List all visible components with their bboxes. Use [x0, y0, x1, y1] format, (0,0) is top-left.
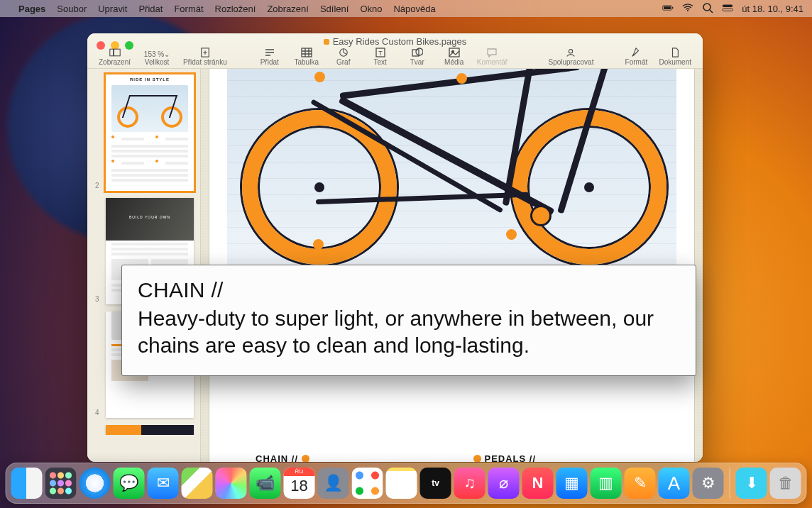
dock-trash-icon[interactable]: 🗑: [770, 468, 801, 499]
tb-collab-label: Spolupracovat: [548, 58, 593, 66]
tb-format-button[interactable]: Formát: [618, 48, 654, 66]
doc-column-chain[interactable]: CHAIN // Heavy-duty to super light, or a…: [256, 453, 431, 462]
menu-zobrazeni[interactable]: Zobrazení: [267, 4, 309, 14]
svg-point-4: [703, 4, 710, 11]
tb-document-button[interactable]: Dokument: [654, 48, 696, 66]
page-thumbnail-2[interactable]: RIDE IN STYLE 2: [93, 74, 194, 191]
callout-dot: [506, 229, 517, 240]
window-title: Easy Rides Custom Bikes.pages: [87, 36, 703, 47]
thumb2-title: RIDE IN STYLE: [106, 74, 194, 82]
tb-shape-button[interactable]: Tvar: [399, 48, 436, 66]
svg-line-5: [710, 10, 713, 13]
callout-dot: [313, 239, 324, 250]
chain-heading: CHAIN //: [256, 453, 298, 462]
menu-format[interactable]: Formát: [174, 4, 203, 14]
tb-zoom-dropdown[interactable]: 153 %⌄ Velikost: [135, 50, 179, 66]
menu-okno[interactable]: Okno: [360, 4, 382, 14]
window-titlebar: Easy Rides Custom Bikes.pages Zobrazení …: [87, 33, 703, 69]
spotlight-icon[interactable]: [702, 2, 713, 16]
tb-collaborate-button[interactable]: Spolupracovat: [544, 48, 598, 66]
dock-podcasts-icon[interactable]: ⌀: [488, 468, 520, 499]
dock-pages-icon[interactable]: ✎: [625, 468, 656, 499]
toolbar: Zobrazení 153 %⌄ Velikost Přidat stránku…: [87, 46, 703, 66]
menu-sdileni[interactable]: Sdílení: [320, 4, 349, 14]
dock-messages-icon[interactable]: 💬: [114, 468, 145, 499]
tb-view-label: Zobrazení: [99, 58, 131, 66]
tb-add-page-label: Přidat stránku: [183, 58, 227, 66]
menubar-datetime[interactable]: út 18. 10., 9:41: [742, 4, 803, 14]
dock-music-icon[interactable]: ♫: [454, 468, 485, 499]
callout-dot: [456, 73, 467, 84]
svg-rect-16: [302, 48, 312, 57]
page-thumbnail-5[interactable]: [93, 425, 194, 435]
dock-keynote-icon[interactable]: ▦: [556, 468, 588, 499]
tb-comment-button: Komentář: [473, 48, 512, 66]
dock-news-icon[interactable]: N: [522, 468, 554, 499]
tb-media-label: Média: [444, 58, 463, 66]
dock-mail-icon[interactable]: ✉︎: [148, 468, 179, 499]
dock-tv-icon[interactable]: tv: [420, 468, 451, 499]
thumb3-title: BUILD YOUR OWN: [106, 198, 194, 219]
chevron-down-icon: ⌄: [164, 50, 170, 58]
tb-table-label: Tabulka: [295, 58, 319, 66]
tb-document-label: Dokument: [659, 58, 691, 66]
dock-appstore-icon[interactable]: A: [659, 468, 690, 499]
dock-calendar-icon[interactable]: ŘÍJ18: [284, 468, 315, 499]
tb-text-button[interactable]: T Text: [362, 48, 399, 66]
dock-maps-icon[interactable]: [182, 468, 213, 499]
svg-point-3: [687, 9, 688, 11]
svg-rect-2: [672, 6, 673, 9]
tb-comment-label: Komentář: [477, 58, 508, 66]
doc-column-pedals[interactable]: PEDALS // Clip-in. Flat. Race worthy. Me…: [473, 453, 649, 462]
svg-text:T: T: [378, 50, 383, 57]
menu-napoveda[interactable]: Nápověda: [393, 4, 435, 14]
svg-rect-6: [723, 4, 733, 7]
dock-downloads-icon[interactable]: ⬇︎: [736, 468, 767, 499]
dock-launchpad-icon[interactable]: [45, 468, 77, 499]
tb-chart-button[interactable]: Graf: [325, 48, 362, 66]
dock-reminders-icon[interactable]: [352, 468, 383, 499]
thumb3-num: 3: [95, 295, 99, 303]
thumb2-num: 2: [95, 182, 99, 189]
dock-photos-icon[interactable]: [216, 468, 247, 499]
tb-zoom-label: Velikost: [145, 58, 169, 66]
tb-insert-label: Přidat: [260, 58, 279, 66]
menu-pridat[interactable]: Přidat: [138, 4, 163, 14]
menu-soubor[interactable]: Soubor: [57, 4, 87, 14]
tb-media-button[interactable]: Média: [436, 48, 473, 66]
macos-menubar: Pages Soubor Upravit Přidat Formát Rozlo…: [0, 0, 812, 17]
control-center-icon[interactable]: [722, 2, 733, 16]
dock-settings-icon[interactable]: ⚙︎: [693, 468, 724, 499]
menubar-status-area: út 18. 10., 9:41: [662, 2, 803, 16]
tb-insert-button[interactable]: Přidat: [251, 48, 288, 66]
dock-numbers-icon[interactable]: ▥: [591, 468, 622, 499]
bike-illustration: [245, 69, 664, 270]
svg-rect-8: [109, 49, 113, 56]
menu-upravit[interactable]: Upravit: [98, 4, 127, 14]
pedals-heading: PEDALS //: [485, 453, 537, 462]
svg-rect-9: [114, 49, 120, 56]
dock-finder-icon[interactable]: [11, 468, 43, 499]
dock-contacts-icon[interactable]: 👤: [318, 468, 349, 499]
svg-point-28: [569, 50, 573, 53]
svg-rect-7: [723, 8, 733, 11]
hover-title: CHAIN //: [138, 278, 680, 302]
battery-icon[interactable]: [662, 2, 674, 16]
dock-facetime-icon[interactable]: 📹: [250, 468, 281, 499]
dock-safari-icon[interactable]: [79, 468, 111, 499]
tb-add-page-button[interactable]: Přidat stránku: [179, 48, 231, 66]
tb-table-button[interactable]: Tabulka: [288, 48, 325, 66]
dock-notes-icon[interactable]: [386, 468, 417, 499]
tb-view-button[interactable]: Zobrazení: [94, 48, 135, 66]
accessibility-hover-text: CHAIN // Heavy-duty to super light, or a…: [121, 265, 696, 376]
svg-rect-1: [664, 6, 671, 9]
menu-rozlozeni[interactable]: Rozložení: [215, 4, 256, 14]
macos-dock: 💬 ✉︎ 📹 ŘÍJ18 👤 tv ♫ ⌀ N ▦ ▥ ✎ A ⚙︎ ⬇︎ 🗑: [6, 463, 807, 504]
pages-window: Easy Rides Custom Bikes.pages Zobrazení …: [87, 33, 703, 462]
wifi-icon[interactable]: [682, 2, 693, 16]
tb-shape-label: Tvar: [410, 58, 424, 66]
tb-text-label: Text: [374, 58, 387, 66]
tb-format-label: Formát: [625, 58, 648, 66]
menu-app[interactable]: Pages: [18, 4, 45, 14]
svg-point-25: [416, 48, 423, 55]
